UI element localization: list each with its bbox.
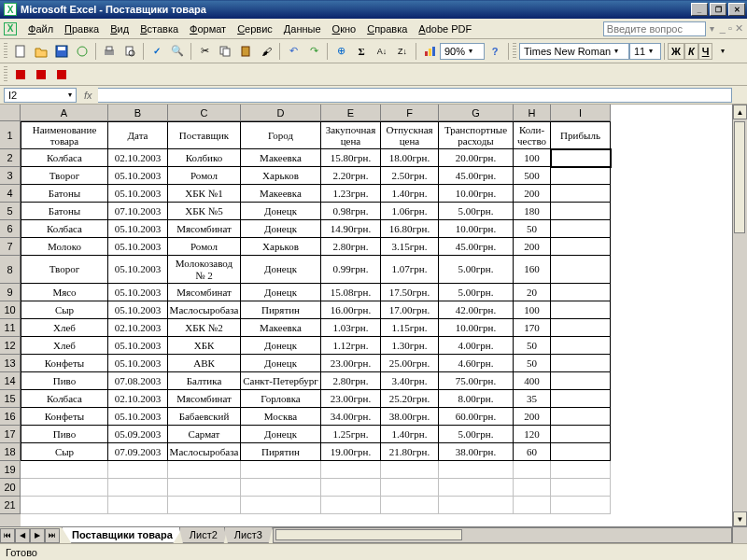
autosum-icon[interactable]: Σ <box>351 41 372 62</box>
cell[interactable]: Харьков <box>241 238 321 256</box>
cell[interactable]: 14.90грн. <box>321 220 381 238</box>
cell[interactable]: 05.10.2003 <box>108 355 168 372</box>
menu-справка[interactable]: Справка <box>361 21 413 36</box>
menu-сервис[interactable]: Сервис <box>232 21 278 36</box>
cell[interactable] <box>551 337 611 355</box>
cells-area[interactable]: Наименование товараДатаПоставщикГородЗак… <box>21 121 611 526</box>
cell[interactable]: 100 <box>514 301 551 319</box>
restore-button[interactable]: ❐ <box>710 3 726 16</box>
row-header-21[interactable]: 21 <box>0 497 21 514</box>
cell[interactable]: 02.10.2003 <box>108 390 168 408</box>
cell[interactable]: Молокозавод № 2 <box>168 256 241 284</box>
cell[interactable]: Город <box>241 121 321 149</box>
sheet-tab-3[interactable]: Лист3 <box>224 527 273 543</box>
cell[interactable]: Хлеб <box>21 319 108 337</box>
help-icon[interactable]: ? <box>485 41 505 62</box>
cell[interactable]: 60 <box>514 443 551 461</box>
spelling-icon[interactable]: ✓ <box>147 41 167 62</box>
row-header-6[interactable]: 6 <box>0 220 21 238</box>
cell[interactable]: 16.00грн. <box>321 301 381 319</box>
toolbar-grip-3[interactable] <box>4 66 7 83</box>
row-header-16[interactable]: 16 <box>0 408 21 426</box>
col-header-B[interactable]: B <box>108 105 168 121</box>
sheet-tab-2[interactable]: Лист2 <box>179 527 228 543</box>
fx-icon[interactable]: fx <box>84 90 92 101</box>
redo-icon[interactable]: ↷ <box>303 41 324 62</box>
row-header-4[interactable]: 4 <box>0 185 21 203</box>
italic-button[interactable]: К <box>684 43 698 60</box>
cell[interactable]: 15.80грн. <box>321 149 381 167</box>
ask-question-box[interactable] <box>603 21 706 36</box>
cell[interactable] <box>439 479 514 497</box>
cell[interactable]: Донецк <box>241 426 321 443</box>
cell[interactable]: 0.99грн. <box>321 256 381 284</box>
cell[interactable] <box>241 461 321 479</box>
cell[interactable] <box>551 256 611 284</box>
row-header-9[interactable]: 9 <box>0 284 21 301</box>
active-cell[interactable] <box>551 149 611 167</box>
cell[interactable] <box>551 443 611 461</box>
row-header-13[interactable]: 13 <box>0 355 21 372</box>
cell[interactable]: 200 <box>514 185 551 203</box>
save-icon[interactable] <box>51 41 72 62</box>
cell[interactable]: Пиво <box>21 372 108 390</box>
menu-вставка[interactable]: Вставка <box>134 21 184 36</box>
cell[interactable]: Бабаевский <box>168 408 241 426</box>
bold-button[interactable]: Ж <box>668 43 684 60</box>
more-icon[interactable]: ▾ <box>712 41 733 62</box>
cell[interactable]: 25.20грн. <box>381 390 439 408</box>
cell[interactable]: Транспортные расходы <box>439 121 514 149</box>
cell[interactable]: 75.00грн. <box>439 372 514 390</box>
cell[interactable]: 05.10.2003 <box>108 238 168 256</box>
row-header-12[interactable]: 12 <box>0 337 21 355</box>
cell[interactable]: Донецк <box>241 220 321 238</box>
menu-файл[interactable]: Файл <box>22 21 59 36</box>
cell[interactable] <box>551 185 611 203</box>
close-button[interactable]: ✕ <box>728 3 745 16</box>
cell[interactable] <box>551 284 611 301</box>
row-header-14[interactable]: 14 <box>0 372 21 390</box>
cell[interactable]: 1.40грн. <box>381 426 439 443</box>
cell[interactable]: Прибыль <box>551 121 611 149</box>
cell[interactable]: 2.80грн. <box>321 238 381 256</box>
cell[interactable]: 05.10.2003 <box>108 220 168 238</box>
cell[interactable]: Маслосыробаза <box>168 443 241 461</box>
cell[interactable]: 120 <box>514 426 551 443</box>
cell[interactable] <box>439 497 514 514</box>
cell[interactable]: 07.09.2003 <box>108 443 168 461</box>
cell[interactable]: Дата <box>108 121 168 149</box>
row-header-7[interactable]: 7 <box>0 238 21 256</box>
cell[interactable]: Отпускная цена <box>381 121 439 149</box>
open-icon[interactable] <box>31 41 51 62</box>
sheet-tab-1[interactable]: Поставщики товара <box>62 527 183 543</box>
cell[interactable] <box>551 372 611 390</box>
cell[interactable]: Батоны <box>21 185 108 203</box>
cell[interactable] <box>439 461 514 479</box>
cell[interactable]: 15.08грн. <box>321 284 381 301</box>
cell[interactable]: Мясомбинат <box>168 390 241 408</box>
cell[interactable]: Сыр <box>21 443 108 461</box>
tab-prev-icon[interactable]: ◀ <box>15 528 30 543</box>
pdf-review-icon[interactable] <box>51 64 72 85</box>
cell[interactable]: АВК <box>168 355 241 372</box>
cell[interactable]: 100 <box>514 149 551 167</box>
cell[interactable] <box>514 479 551 497</box>
cell[interactable]: Творог <box>21 256 108 284</box>
cell[interactable]: Конфеты <box>21 355 108 372</box>
sort-asc-icon[interactable]: A↓ <box>372 41 392 62</box>
cell[interactable]: Молоко <box>21 238 108 256</box>
col-header-I[interactable]: I <box>551 105 611 121</box>
horizontal-scrollbar[interactable] <box>273 527 732 543</box>
cell[interactable]: Донецк <box>241 355 321 372</box>
cell[interactable]: 8.00грн. <box>439 390 514 408</box>
cell[interactable]: Наименование товара <box>21 121 108 149</box>
cell[interactable]: 35 <box>514 390 551 408</box>
cell[interactable]: Макеевка <box>241 149 321 167</box>
row-header-11[interactable]: 11 <box>0 319 21 337</box>
cell[interactable]: Горловка <box>241 390 321 408</box>
cell[interactable]: 5.00грн. <box>439 426 514 443</box>
minimize-button[interactable]: _ <box>691 3 708 16</box>
col-header-C[interactable]: C <box>168 105 241 121</box>
cell[interactable]: 1.40грн. <box>381 185 439 203</box>
cell[interactable]: 20.00грн. <box>439 149 514 167</box>
